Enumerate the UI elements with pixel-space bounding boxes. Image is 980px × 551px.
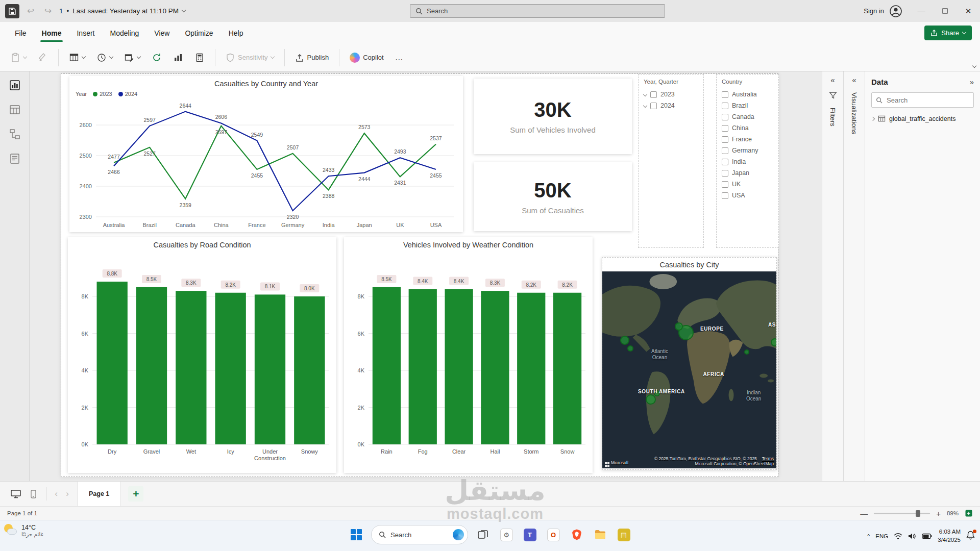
zoom-out-button[interactable]: —: [860, 509, 868, 518]
slicer-item-UK[interactable]: UK: [722, 179, 773, 190]
start-button[interactable]: [348, 525, 365, 544]
tray-expand-chevron[interactable]: ^: [867, 533, 870, 539]
fit-to-page-icon[interactable]: [965, 509, 973, 517]
bar-chart-plot[interactable]: 0K2K4K6K8K8.8KDry8.5KGravel8.3KWet8.2KIc…: [68, 249, 336, 473]
checkbox[interactable]: [722, 170, 728, 177]
taskbar-search-box[interactable]: Search: [371, 525, 468, 544]
expand-filters-button[interactable]: «: [830, 76, 835, 84]
bar-Under Construction[interactable]: [255, 294, 285, 444]
format-painter-button[interactable]: [35, 50, 51, 65]
teams-app-button[interactable]: T: [521, 525, 538, 544]
paste-button[interactable]: [7, 50, 30, 65]
file-explorer-button[interactable]: [592, 525, 609, 544]
checkbox[interactable]: [650, 103, 657, 109]
line-chart-visual[interactable]: Casualties by Country and Year Year 2023…: [69, 76, 463, 232]
ribbon-collapse-button[interactable]: [973, 60, 976, 69]
model-view-icon[interactable]: [9, 129, 20, 140]
slicer-item-USA[interactable]: USA: [722, 190, 773, 201]
menu-file[interactable]: File: [7, 22, 34, 44]
filters-rail-label[interactable]: Filters: [829, 108, 837, 127]
slicer-item-Australia[interactable]: Australia: [722, 89, 773, 100]
mobile-layout-button[interactable]: [24, 490, 42, 498]
slicer-item-2024[interactable]: 2024: [644, 100, 698, 111]
visualizations-rail-label[interactable]: Visualizations: [850, 92, 858, 134]
minimize-button[interactable]: —: [910, 0, 933, 22]
menu-modeling[interactable]: Modeling: [102, 22, 146, 44]
volume-icon[interactable]: [908, 533, 916, 540]
checkbox[interactable]: [722, 103, 728, 109]
bar-Icy[interactable]: [215, 293, 246, 444]
map-data-bubble[interactable]: [675, 322, 683, 331]
checkbox[interactable]: [722, 125, 728, 132]
bar-chart-road-condition[interactable]: Casualties by Road Condition 0K2K4K6K8K8…: [68, 237, 336, 473]
desktop-layout-button[interactable]: [7, 490, 24, 498]
settings-app-button[interactable]: ⚙: [498, 525, 515, 544]
recent-sources-button[interactable]: [93, 50, 116, 65]
slicer-country[interactable]: Country AustraliaBrazilCanadaChinaFrance…: [716, 74, 779, 248]
checkbox[interactable]: [722, 91, 728, 98]
menu-home[interactable]: Home: [34, 22, 69, 44]
map-data-bubble[interactable]: [744, 349, 749, 355]
next-page-button[interactable]: ›: [62, 489, 73, 499]
map-visual[interactable]: Casualties by City: [602, 257, 777, 470]
map-data-bubble[interactable]: [627, 345, 633, 352]
report-page[interactable]: Casualties by Country and Year Year 2023…: [61, 73, 778, 477]
card-casualties[interactable]: 50K Sum of Casualties: [474, 162, 632, 231]
menu-view[interactable]: View: [146, 22, 177, 44]
bar-Dry[interactable]: [97, 282, 128, 444]
slicer-item-India[interactable]: India: [722, 156, 773, 167]
quick-measure-button[interactable]: [191, 50, 208, 65]
checkbox[interactable]: [722, 192, 728, 199]
transform-data-button[interactable]: [121, 50, 143, 65]
zoom-in-button[interactable]: +: [936, 509, 941, 518]
redo-button[interactable]: ↪: [42, 6, 54, 16]
slicer-year-quarter[interactable]: Year, Quarter 20232024: [638, 74, 704, 248]
line-chart-plot[interactable]: 2300240025002600AustraliaBrazilCanadaChi…: [69, 99, 463, 232]
report-view-icon[interactable]: [9, 80, 20, 91]
close-button[interactable]: ✕: [957, 0, 980, 22]
checkbox[interactable]: [722, 136, 728, 143]
save-button[interactable]: [5, 4, 19, 18]
report-canvas[interactable]: Casualties by Country and Year Year 2023…: [30, 71, 822, 481]
wifi-icon[interactable]: [894, 533, 902, 540]
account-avatar-icon[interactable]: [889, 5, 902, 18]
collapse-data-panel-button[interactable]: »: [970, 78, 974, 86]
language-indicator[interactable]: ENG: [875, 533, 888, 539]
menu-help[interactable]: Help: [221, 22, 251, 44]
bar-Hail[interactable]: [481, 291, 509, 444]
checkbox[interactable]: [722, 114, 728, 120]
office-app-button[interactable]: O: [545, 525, 562, 544]
task-view-button[interactable]: [474, 525, 492, 544]
expand-chevron-icon[interactable]: [643, 92, 647, 96]
terms-link[interactable]: Terms: [762, 456, 774, 461]
bar-Wet[interactable]: [176, 291, 206, 444]
notepad-app-button[interactable]: ▤: [615, 525, 632, 544]
battery-icon[interactable]: [922, 533, 932, 539]
brave-browser-button[interactable]: [568, 525, 585, 544]
previous-page-button[interactable]: ‹: [51, 489, 62, 499]
slicer-item-Brazil[interactable]: Brazil: [722, 100, 773, 111]
dax-query-view-icon[interactable]: [9, 153, 20, 164]
clock[interactable]: 6:03 AM 3/4/2025: [938, 528, 961, 544]
new-visual-button[interactable]: [170, 50, 186, 65]
expand-chevron-icon[interactable]: [643, 104, 647, 108]
filter-funnel-icon[interactable]: [829, 91, 837, 99]
slicer-item-Canada[interactable]: Canada: [722, 111, 773, 122]
slicer-item-Germany[interactable]: Germany: [722, 145, 773, 156]
bar-Gravel[interactable]: [136, 287, 167, 444]
table-view-icon[interactable]: [9, 104, 20, 115]
data-table-item[interactable]: global_traffic_accidents: [871, 115, 974, 122]
bar-Storm[interactable]: [517, 293, 545, 444]
global-search-box[interactable]: Search: [410, 4, 665, 18]
bar-Clear[interactable]: [445, 289, 473, 445]
bar-chart-weather-condition[interactable]: Vehicles Involved by Weather Condition 0…: [344, 237, 593, 473]
share-button[interactable]: Share: [924, 26, 972, 40]
refresh-button[interactable]: [149, 50, 165, 65]
checkbox[interactable]: [722, 159, 728, 165]
chevron-down-icon[interactable]: [182, 8, 186, 12]
page-tab[interactable]: Page 1: [77, 482, 121, 507]
map-area[interactable]: Microsoft © 2025 TomTom, Earthstar Geogr…: [602, 271, 776, 468]
menu-optimize[interactable]: Optimize: [177, 22, 220, 44]
publish-button[interactable]: Publish: [292, 51, 332, 65]
menu-insert[interactable]: Insert: [69, 22, 102, 44]
